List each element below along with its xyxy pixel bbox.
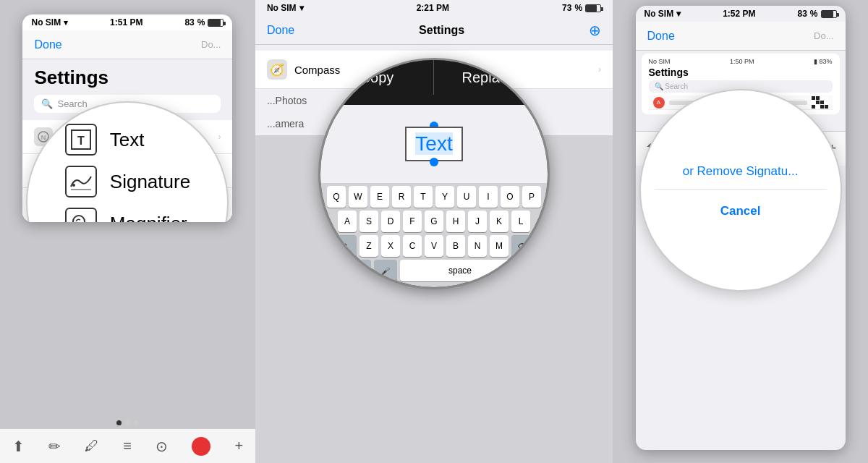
- magnifier3-content: or Remove Signatu... Cancel: [641, 140, 841, 242]
- inner-search-icon: 🔍: [655, 82, 663, 90]
- key-d[interactable]: D: [381, 211, 400, 232]
- status-left-2: No SIM ▾: [267, 3, 304, 13]
- status-left: No SIM ▾: [31, 17, 68, 27]
- wifi-icon: ▾: [64, 18, 68, 27]
- cancel-button-3[interactable]: Cancel: [648, 194, 833, 229]
- nav-bar-1: Done Do...: [22, 30, 232, 59]
- menu-arrow-container: [320, 95, 548, 105]
- nav-bar-3: Done Do...: [636, 22, 846, 51]
- key-c[interactable]: C: [403, 235, 422, 257]
- battery-icon-3: [821, 10, 837, 18]
- signature-label: Signature: [110, 171, 190, 193]
- key-r[interactable]: R: [392, 186, 411, 208]
- panel-2: No SIM ▾ 2:21 PM 73% Done Settings ⊕ 🧭 C…: [255, 0, 613, 463]
- status-bar-3: No SIM ▾ 1:52 PM 83%: [636, 6, 846, 22]
- key-g[interactable]: G: [425, 211, 443, 232]
- time-label: 1:51 PM: [110, 17, 142, 27]
- key-mic[interactable]: 🎤: [374, 260, 397, 281]
- key-delete[interactable]: ⌫: [511, 235, 535, 257]
- lasso-icon[interactable]: ⊙: [156, 438, 168, 455]
- mag-item-text[interactable]: T Text: [65, 124, 190, 156]
- action-row-remove[interactable]: or Remove Signatu...: [648, 154, 833, 190]
- text-selection: Text: [405, 127, 462, 161]
- inner-carrier: No SIM: [649, 58, 671, 65]
- nav-bar-2: Done Settings ⊕: [255, 16, 613, 45]
- key-h[interactable]: H: [446, 211, 465, 232]
- pixel-block: [812, 96, 828, 109]
- add-button-2[interactable]: ⊕: [589, 22, 601, 39]
- record-button[interactable]: [192, 437, 210, 456]
- key-z[interactable]: Z: [359, 235, 378, 257]
- selected-text: Text: [415, 132, 452, 155]
- compass-label: Compass: [294, 64, 340, 76]
- key-n[interactable]: N: [468, 235, 487, 257]
- settings-title-1: Settings: [22, 59, 232, 92]
- key-return[interactable]: return: [523, 260, 546, 281]
- status-right-3: 83%: [798, 9, 837, 19]
- menu-arrow: [425, 95, 443, 105]
- key-q[interactable]: Q: [327, 186, 346, 208]
- inner-status-bar: No SIM 1:50 PM ▮ 83%: [649, 58, 833, 65]
- key-y[interactable]: Y: [435, 186, 454, 208]
- mag-item-magnifier[interactable]: Magnifier: [65, 208, 190, 222]
- key-shift[interactable]: ⇧: [333, 235, 357, 257]
- search-label: Search: [57, 98, 87, 109]
- done-button-3[interactable]: Done: [647, 30, 675, 43]
- key-globe[interactable]: 🌐: [348, 260, 371, 281]
- key-t[interactable]: T: [414, 186, 433, 208]
- text-icon: T: [65, 124, 97, 156]
- bottom-toolbar-1: ⬆ ✏ 🖊 ≡ ⊙ +: [0, 428, 255, 463]
- key-v[interactable]: V: [425, 235, 443, 257]
- panel-3: No SIM ▾ 1:52 PM 83% Done Do... No SIM 1…: [613, 0, 868, 463]
- key-123[interactable]: 123: [322, 260, 345, 281]
- inner-battery: ▮ 83%: [814, 58, 833, 65]
- svg-point-7: [73, 216, 85, 222]
- key-s[interactable]: S: [359, 211, 378, 232]
- key-o[interactable]: O: [501, 186, 519, 208]
- battery-icon-2: [585, 4, 601, 12]
- key-b[interactable]: B: [446, 235, 465, 257]
- kb-row-3: ⇧ Z X C V B N M ⌫: [322, 235, 546, 257]
- key-x[interactable]: X: [381, 235, 400, 257]
- mag-item-signature[interactable]: Signature: [65, 166, 190, 197]
- search-icon: 🔍: [41, 98, 53, 109]
- magnifier-icon: [65, 208, 97, 222]
- marker-icon[interactable]: 🖊: [85, 438, 99, 454]
- nav-extra-3: Do...: [814, 30, 833, 41]
- selection-handle-bottom[interactable]: [430, 158, 438, 166]
- inner-search-label: Search: [665, 82, 688, 90]
- key-l[interactable]: L: [511, 211, 530, 232]
- key-e[interactable]: E: [370, 186, 389, 208]
- carrier-3: No SIM: [644, 9, 674, 19]
- dot-1: [116, 420, 122, 425]
- ladder-icon[interactable]: ≡: [123, 438, 132, 454]
- key-p[interactable]: P: [522, 186, 541, 208]
- key-u[interactable]: U: [457, 186, 476, 208]
- done-button[interactable]: Done: [34, 38, 61, 51]
- key-f[interactable]: F: [403, 211, 422, 232]
- key-space[interactable]: space: [400, 260, 520, 281]
- key-a[interactable]: A: [338, 211, 357, 232]
- wifi-icon-2: ▾: [299, 3, 304, 13]
- inner-settings-title: Settings: [649, 67, 833, 78]
- text-field-area: Text: [320, 105, 548, 183]
- key-k[interactable]: K: [490, 211, 509, 232]
- add-icon[interactable]: +: [235, 438, 244, 454]
- key-i[interactable]: I: [479, 186, 498, 208]
- inner-time: 1:50 PM: [730, 58, 754, 65]
- wifi-icon-3: ▾: [676, 9, 681, 19]
- carrier-2: No SIM: [267, 3, 297, 13]
- status-left-3: No SIM ▾: [644, 9, 681, 19]
- share-icon[interactable]: ⬆: [12, 438, 25, 455]
- key-j[interactable]: J: [468, 211, 487, 232]
- nav-extra: Do...: [201, 39, 221, 50]
- chevron-icon: ›: [218, 132, 221, 142]
- magnifier-label: Magnifier: [110, 213, 187, 223]
- pen-icon[interactable]: ✏: [48, 438, 61, 455]
- key-m[interactable]: M: [490, 235, 509, 257]
- key-w[interactable]: W: [349, 186, 367, 208]
- selection-box: Text: [405, 127, 462, 161]
- magnifier-circle-2: Copy Replac... Text Q W: [318, 58, 550, 289]
- done-button-2[interactable]: Done: [267, 24, 294, 37]
- status-bar-1: No SIM ▾ 1:51 PM 83%: [22, 14, 232, 30]
